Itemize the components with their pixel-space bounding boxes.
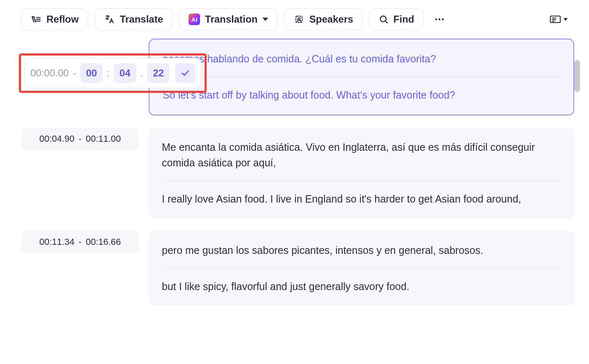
find-button[interactable]: Find xyxy=(369,8,424,30)
transcript-row: 00:11.34 - 00:16.66 pero me gustan los s… xyxy=(21,231,574,306)
translate-button[interactable]: Translate xyxy=(95,8,173,30)
translate-icon xyxy=(104,14,115,25)
time-editor[interactable]: 00:00.00 - 00 : 04 . 22 xyxy=(24,58,201,88)
time-end: 00:11.00 xyxy=(86,134,121,144)
time-start: 00:04.90 xyxy=(39,134,75,144)
reflow-button[interactable]: Reflow xyxy=(21,8,88,30)
time-editor-minutes[interactable]: 00 xyxy=(80,63,103,83)
segment-divider xyxy=(163,77,560,77)
svg-point-9 xyxy=(442,18,444,21)
time-editor-dash: - xyxy=(73,67,76,79)
toolbar: Reflow Translate AI Translation Speakers… xyxy=(0,3,589,39)
time-editor-centis[interactable]: 22 xyxy=(147,63,170,83)
speakers-button[interactable]: Speakers xyxy=(284,8,363,30)
time-editor-start: 00:00.00 xyxy=(30,67,69,79)
segment-target-text[interactable]: but I like spicy, flavorful and just gen… xyxy=(162,279,561,295)
segment-target-text[interactable]: I really love Asian food. I live in Engl… xyxy=(162,191,561,207)
view-mode-dropdown[interactable] xyxy=(550,10,568,28)
time-pill[interactable]: 00:04.90 - 00:11.00 xyxy=(21,128,139,150)
reflow-label: Reflow xyxy=(46,14,79,25)
toolbar-right xyxy=(550,10,568,28)
translate-label: Translate xyxy=(120,14,163,25)
transcript-segment[interactable]: Me encanta la comida asiática. Vivo en I… xyxy=(149,128,574,219)
reflow-icon xyxy=(31,14,41,25)
search-icon xyxy=(379,14,389,24)
segment-source-text[interactable]: pero me gustan los sabores picantes, int… xyxy=(162,242,561,258)
find-label: Find xyxy=(393,14,414,25)
time-editor-dot: . xyxy=(140,67,143,79)
translation-label: Translation xyxy=(205,14,258,25)
ai-badge-icon: AI xyxy=(189,14,200,25)
segment-source-text[interactable]: pecemos hablando de comida. ¿Cuál es tu … xyxy=(163,51,560,67)
chevron-down-icon xyxy=(564,18,568,21)
transcript-segment[interactable]: pero me gustan los sabores picantes, int… xyxy=(149,231,574,306)
time-start: 00:11.34 xyxy=(39,237,75,247)
translation-dropdown[interactable]: AI Translation xyxy=(179,8,278,30)
speakers-icon xyxy=(294,14,304,25)
svg-point-7 xyxy=(435,18,437,21)
time-editor-highlight: 00:00.00 - 00 : 04 . 22 xyxy=(19,53,207,93)
speakers-label: Speakers xyxy=(309,14,353,25)
segment-source-text[interactable]: Me encanta la comida asiática. Vivo en I… xyxy=(162,139,561,171)
segment-divider xyxy=(162,268,561,269)
app-container: Reflow Translate AI Translation Speakers… xyxy=(0,0,589,364)
transcript-segment-active[interactable]: pecemos hablando de comida. ¿Cuál es tu … xyxy=(149,39,574,115)
svg-point-8 xyxy=(438,18,440,21)
segment-divider xyxy=(162,181,561,181)
segment-target-text[interactable]: So let's start off by talking about food… xyxy=(163,87,560,103)
time-editor-colon: : xyxy=(107,67,110,79)
time-editor-seconds[interactable]: 04 xyxy=(114,63,136,83)
transcript-row: 00:04.90 - 00:11.00 Me encanta la comida… xyxy=(21,128,574,219)
chevron-down-icon xyxy=(262,18,268,21)
more-menu-button[interactable] xyxy=(430,10,449,28)
svg-point-4 xyxy=(298,18,300,20)
svg-line-6 xyxy=(385,21,387,23)
time-end: 00:16.66 xyxy=(86,237,121,247)
scrollbar-thumb[interactable] xyxy=(574,60,580,92)
time-editor-confirm[interactable] xyxy=(175,63,195,83)
time-pill[interactable]: 00:11.34 - 00:16.66 xyxy=(21,231,139,253)
